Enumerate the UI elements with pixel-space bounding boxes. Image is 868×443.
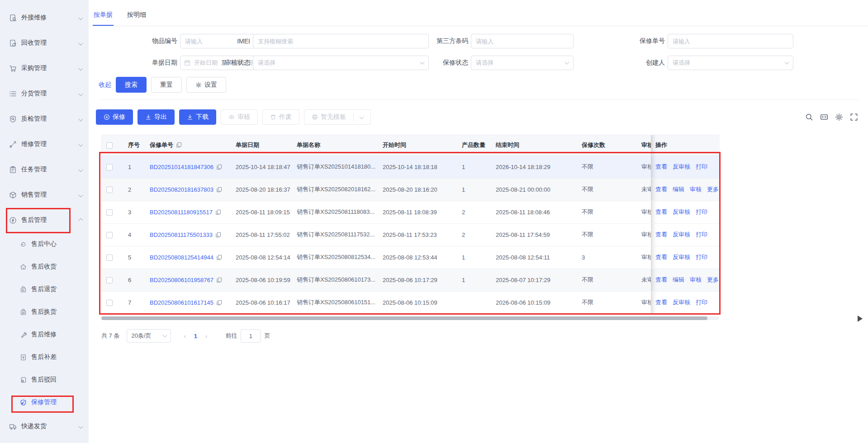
sidebar-item-express[interactable]: 快递发货 [0,414,89,439]
fullscreen-icon[interactable] [850,113,858,121]
copy-icon[interactable] [216,187,222,193]
copy-icon[interactable] [216,164,222,170]
collapse-link[interactable]: 收起 [99,81,111,89]
action-print-link[interactable]: 打印 [696,253,707,261]
table-row: 5BD202508081254149442025-08-08 12:54:14销… [102,246,720,269]
row-checkbox[interactable] [106,277,113,283]
tab-by-detail[interactable]: 按明细 [126,11,147,26]
density-icon[interactable] [820,113,828,121]
audit-status-select[interactable]: 请选择 [253,56,429,70]
warranty-no-link[interactable]: BD20250806101617145 [150,299,213,306]
sidebar-item-quality[interactable]: 质检管理 [0,106,89,132]
creator-select[interactable]: 请选择 [668,56,793,70]
action-edit-link[interactable]: 编辑 [673,185,684,193]
current-page[interactable]: 1 [190,333,201,339]
action-view-link[interactable]: 查看 [655,276,667,284]
gear-icon[interactable] [835,113,843,121]
sidebar-item-external-repair[interactable]: 外接维修 [0,5,89,30]
action-view-link[interactable]: 查看 [655,231,667,239]
void-button[interactable]: 作废 [262,109,299,125]
sidebar-item-aftersales-price-diff[interactable]: 售后补差 [0,346,89,368]
action-view-link[interactable]: 查看 [655,208,667,216]
search-button[interactable]: 搜索 [116,77,147,93]
warranty-no-link[interactable]: BD20250820181637803 [150,186,213,193]
download-button[interactable]: 下载 [179,109,216,125]
warranty-no-link[interactable]: BD20250811180915517 [150,209,213,216]
warranty-no-link[interactable]: BD20250811175501333 [150,231,213,238]
action-more-link[interactable]: 更多 [707,276,720,284]
sidebar-item-maintenance[interactable]: 维修管理 [0,132,89,157]
action-edit-link[interactable]: 编辑 [673,276,684,284]
action-view-link[interactable]: 查看 [655,185,667,193]
row-checkbox[interactable] [106,187,113,193]
imei-input[interactable] [253,34,429,48]
sidebar-menu: 外接维修回收管理采购管理分货管理质检管理维修管理任务管理销售管理售后管理售后中心… [0,5,89,439]
row-checkbox[interactable] [106,209,113,216]
row-index: 2 [123,178,145,201]
row-checkbox[interactable] [106,300,113,306]
third-party-code-input[interactable] [471,34,574,48]
sidebar-item-task[interactable]: 任务管理 [0,157,89,182]
copy-icon[interactable] [215,232,221,238]
action-print-link[interactable]: 打印 [696,208,707,216]
next-page-button[interactable]: › [201,333,212,339]
action-reverse-audit-link[interactable]: 反审核 [673,163,690,171]
select-all-checkbox[interactable] [106,142,113,149]
action-reverse-audit-link[interactable]: 反审核 [673,231,690,239]
reset-button[interactable]: 重置 [151,77,182,93]
sidebar-item-recycle[interactable]: 回收管理 [0,30,89,56]
row-checkbox[interactable] [106,164,113,170]
sidebar-item-aftersales[interactable]: 售后管理 [0,207,89,233]
warranty-no-link[interactable]: BD20251014181847306 [150,164,213,170]
copy-icon[interactable] [176,142,182,148]
export-button[interactable]: 导出 [138,109,175,125]
copy-icon[interactable] [216,254,222,260]
warranty-button[interactable]: 保修 [96,109,133,125]
warranty-no-link[interactable]: BD20250806101958767 [150,277,213,283]
warranty-no-link[interactable]: BD20250808125414944 [150,254,213,261]
sidebar-item-sales[interactable]: 销售管理 [0,182,89,207]
action-print-link[interactable]: 打印 [696,163,707,171]
sidebar-item-aftersales-exchange[interactable]: 售后换货 [0,301,89,323]
action-view-link[interactable]: 查看 [655,298,667,306]
row-checkbox[interactable] [106,232,113,238]
action-reverse-audit-link[interactable]: 反审核 [673,208,690,216]
warranty-status-select[interactable]: 请选择 [471,56,574,70]
chevron-down-icon [79,91,83,96]
action-view-link[interactable]: 查看 [655,253,667,261]
sidebar-item-purchase[interactable]: 采购管理 [0,56,89,81]
sidebar-item-aftersales-receive[interactable]: 售后收货 [0,255,89,278]
search-icon[interactable] [805,113,813,121]
horizontal-scrollbar-thumb[interactable] [101,316,707,320]
action-reverse-audit-link[interactable]: 反审核 [673,253,690,261]
prev-page-button[interactable]: ‹ [179,333,190,339]
sidebar-item-aftersales-reject[interactable]: 售后驳回 [0,368,89,391]
sidebar-item-aftersales-center[interactable]: 售后中心 [0,233,89,255]
action-reverse-audit-link[interactable]: 反审核 [673,298,690,306]
row-checkbox[interactable] [106,254,113,261]
action-print-link[interactable]: 打印 [696,298,707,306]
goto-page-input[interactable] [241,329,261,343]
sidebar-item-aftersales-return[interactable]: 售后退货 [0,278,89,301]
sidebar-item-label: 分货管理 [21,90,47,98]
sidebar-item-warranty[interactable]: 保修管理 [0,391,89,414]
audit-button[interactable]: 审核 [221,109,258,125]
sidebar-item-distribution[interactable]: 分货管理 [0,81,89,106]
print-template-button[interactable]: 暂无模板 [304,109,371,125]
action-audit-link[interactable]: 审核 [690,276,702,284]
action-more-link[interactable]: 更多 [707,185,720,193]
action-audit-link[interactable]: 审核 [690,185,702,193]
copy-icon[interactable] [216,300,222,306]
sidebar-item-label: 售后收货 [31,263,57,271]
copy-icon[interactable] [216,277,222,283]
settings-button[interactable]: 设置 [186,77,226,93]
warranty-no-input[interactable] [668,34,793,48]
horizontal-scrollbar-track[interactable] [101,316,719,320]
action-print-link[interactable]: 打印 [696,231,707,239]
tab-by-document[interactable]: 按单据 [93,11,114,26]
sidebar-item-aftersales-repair[interactable]: 售后维修 [0,323,89,346]
copy-icon[interactable] [215,209,221,215]
page-size-select[interactable]: 20条/页 [127,329,171,343]
row-index: 7 [123,291,145,314]
action-view-link[interactable]: 查看 [655,163,667,171]
